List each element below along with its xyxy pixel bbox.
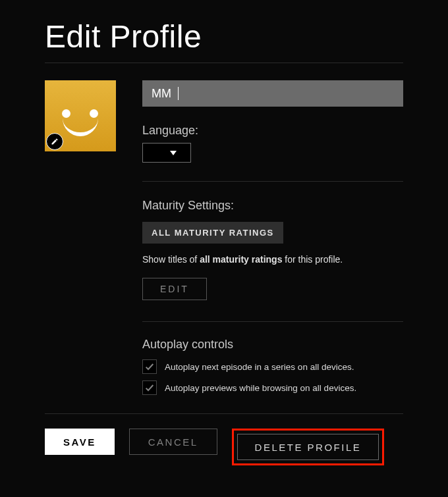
- edit-avatar-button[interactable]: [46, 133, 63, 150]
- check-icon: [144, 382, 155, 393]
- divider: [142, 181, 403, 182]
- profile-avatar[interactable]: [45, 80, 116, 151]
- autoplay-previews-label: Autoplay previews while browsing on all …: [165, 383, 356, 393]
- save-button[interactable]: SAVE: [45, 429, 115, 455]
- cancel-button[interactable]: CANCEL: [129, 429, 217, 455]
- highlight-annotation: DELETE PROFILE: [232, 429, 385, 465]
- maturity-heading: Maturity Settings:: [142, 199, 403, 213]
- chevron-down-icon: [170, 151, 177, 155]
- avatar-mouth: [63, 118, 98, 136]
- autoplay-previews-checkbox[interactable]: [142, 380, 157, 395]
- profile-name-input[interactable]: [142, 80, 403, 107]
- avatar-eye: [62, 109, 70, 118]
- page-title: Edit Profile: [45, 18, 403, 55]
- avatar-eye: [90, 109, 98, 118]
- edit-maturity-button[interactable]: EDIT: [142, 278, 207, 300]
- maturity-description: Show titles of all maturity ratings for …: [142, 254, 403, 265]
- delete-profile-button[interactable]: DELETE PROFILE: [237, 434, 379, 460]
- check-icon: [144, 361, 155, 372]
- text-caret: [178, 87, 179, 100]
- divider: [45, 63, 403, 63]
- divider: [142, 321, 403, 322]
- autoplay-heading: Autoplay controls: [142, 338, 403, 352]
- maturity-badge: ALL MATURITY RATINGS: [142, 222, 283, 244]
- language-select[interactable]: [142, 143, 191, 163]
- pencil-icon: [51, 138, 59, 145]
- language-label: Language:: [142, 124, 403, 138]
- autoplay-next-episode-label: Autoplay next episode in a series on all…: [165, 362, 354, 372]
- autoplay-next-episode-checkbox[interactable]: [142, 359, 157, 374]
